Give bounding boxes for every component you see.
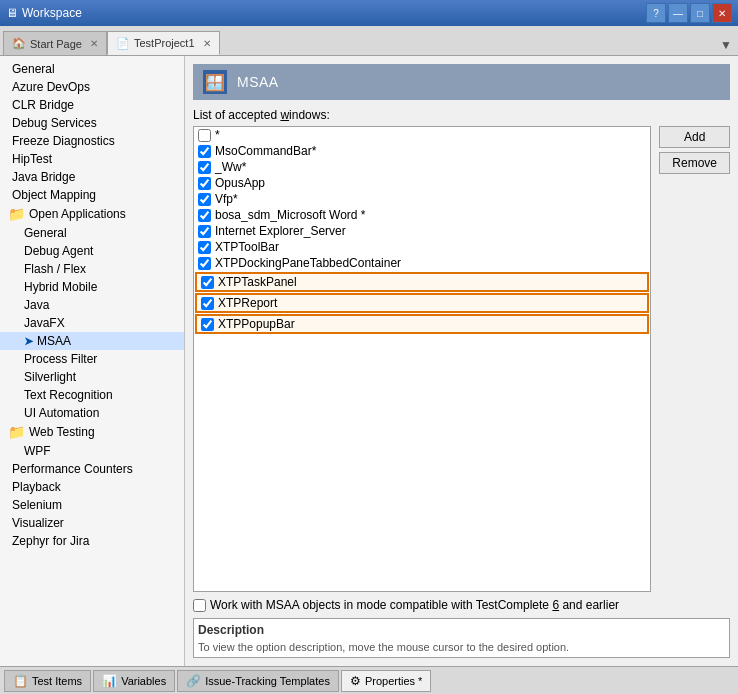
sidebar-item-java-bridge[interactable]: Java Bridge [0,168,184,186]
add-button[interactable]: Add [659,126,730,148]
window-checkbox-w2[interactable] [198,145,211,158]
tab-test-project1-close[interactable]: ✕ [203,38,211,49]
tab-bar: 🏠 Start Page ✕ 📄 TestProject1 ✕ ▼ [0,26,738,56]
sidebar-item-label: Performance Counters [12,462,133,476]
sidebar-item-flash-flex[interactable]: Flash / Flex [0,260,184,278]
window-label-w1: * [215,128,220,142]
window-checkbox-w9[interactable] [198,257,211,270]
window-item-w12: XTPPopupBar [195,314,649,334]
window-checkbox-w4[interactable] [198,177,211,190]
msaa-header: 🪟 MSAA [193,64,730,100]
sidebar-item-label: WPF [24,444,51,458]
windows-list[interactable]: *MsoCommandBar*_Ww*OpusAppVfp*bosa_sdm_M… [193,126,651,592]
minimize-button[interactable]: — [668,3,688,23]
sidebar-item-azure-devops[interactable]: Azure DevOps [0,78,184,96]
sidebar-item-msaa[interactable]: ➤MSAA [0,332,184,350]
title-bar-title: Workspace [22,6,82,20]
window-checkbox-w6[interactable] [198,209,211,222]
window-label-w7: Internet Explorer_Server [215,224,346,238]
folder-icon: 📁 [8,424,25,440]
sidebar-item-label: UI Automation [24,406,99,420]
window-item-w11: XTPReport [195,293,649,313]
sidebar-item-label: General [12,62,55,76]
tab-scroll-button[interactable]: ▼ [717,35,735,55]
window-checkbox-w3[interactable] [198,161,211,174]
sidebar-item-wpf[interactable]: WPF [0,442,184,460]
bottom-tabs: 📋Test Items📊Variables🔗Issue-Tracking Tem… [0,666,738,694]
msaa-icon: 🪟 [203,70,227,94]
window-label-w8: XTPToolBar [215,240,279,254]
bottom-check-container: Work with MSAA objects in mode compatibl… [193,598,730,612]
sidebar-item-open-applications[interactable]: 📁Open Applications [0,204,184,224]
sidebar-item-general[interactable]: General [0,60,184,78]
sidebar-item-hybrid-mobile[interactable]: Hybrid Mobile [0,278,184,296]
window-item-w8: XTPToolBar [194,239,650,255]
main-container: GeneralAzure DevOpsCLR BridgeDebug Servi… [0,56,738,666]
bottom-tab-issue-tracking[interactable]: 🔗Issue-Tracking Templates [177,670,339,692]
window-label-w10: XTPTaskPanel [218,275,297,289]
window-checkbox-w10[interactable] [201,276,214,289]
sidebar-item-oa-general[interactable]: General [0,224,184,242]
title-bar-controls: ? — □ ✕ [646,3,732,23]
sidebar-item-silverlight[interactable]: Silverlight [0,368,184,386]
bottom-check-label: Work with MSAA objects in mode compatibl… [210,598,619,612]
sidebar-item-performance-counters[interactable]: Performance Counters [0,460,184,478]
close-button[interactable]: ✕ [712,3,732,23]
maximize-button[interactable]: □ [690,3,710,23]
test-items-icon: 📋 [13,674,28,688]
sidebar-item-label: Java Bridge [12,170,75,184]
sidebar-group-label: Open Applications [29,207,126,221]
bottom-tab-test-items[interactable]: 📋Test Items [4,670,91,692]
tab-start-page[interactable]: 🏠 Start Page ✕ [3,31,107,55]
sidebar-item-zephyr-for-jira[interactable]: Zephyr for Jira [0,532,184,550]
sidebar-item-ui-automation[interactable]: UI Automation [0,404,184,422]
sidebar-item-web-testing[interactable]: 📁Web Testing [0,422,184,442]
sidebar-item-label: Azure DevOps [12,80,90,94]
window-checkbox-w11[interactable] [201,297,214,310]
tab-test-project1[interactable]: 📄 TestProject1 ✕ [107,31,220,55]
home-icon: 🏠 [12,37,26,50]
window-checkbox-w8[interactable] [198,241,211,254]
bottom-tab-properties[interactable]: ⚙Properties * [341,670,431,692]
help-button[interactable]: ? [646,3,666,23]
window-checkbox-w7[interactable] [198,225,211,238]
sidebar-item-label: JavaFX [24,316,65,330]
description-text: To view the option description, move the… [198,641,725,653]
window-checkbox-w1[interactable] [198,129,211,142]
sidebar-item-label: General [24,226,67,240]
bottom-checkbox[interactable] [193,599,206,612]
sidebar-item-hiptest[interactable]: HipTest [0,150,184,168]
window-item-w7: Internet Explorer_Server [194,223,650,239]
sidebar-item-label: Visualizer [12,516,64,530]
sidebar-item-process-filter[interactable]: Process Filter [0,350,184,368]
sidebar-item-selenium[interactable]: Selenium [0,496,184,514]
sidebar-item-debug-services[interactable]: Debug Services [0,114,184,132]
bottom-tab-variables[interactable]: 📊Variables [93,670,175,692]
sidebar-item-javafx[interactable]: JavaFX [0,314,184,332]
sidebar-item-label: Zephyr for Jira [12,534,89,548]
window-label-w6: bosa_sdm_Microsoft Word * [215,208,366,222]
sidebar-item-playback[interactable]: Playback [0,478,184,496]
tab-start-page-close[interactable]: ✕ [90,38,98,49]
sidebar-item-label: Playback [12,480,61,494]
window-label-w9: XTPDockingPaneTabbedContainer [215,256,401,270]
sidebar-item-debug-agent[interactable]: Debug Agent [0,242,184,260]
content-area: 🪟 MSAA List of accepted windows: *MsoCom… [185,56,738,666]
window-item-w6: bosa_sdm_Microsoft Word * [194,207,650,223]
window-checkbox-w12[interactable] [201,318,214,331]
window-item-w2: MsoCommandBar* [194,143,650,159]
folder-icon: 📁 [8,206,25,222]
window-checkbox-w5[interactable] [198,193,211,206]
sidebar-item-text-recognition[interactable]: Text Recognition [0,386,184,404]
sidebar-item-java[interactable]: Java [0,296,184,314]
list-label: List of accepted windows: [193,108,730,122]
sidebar-item-visualizer[interactable]: Visualizer [0,514,184,532]
bottom-tab-label-properties: Properties * [365,675,422,687]
window-label-w11: XTPReport [218,296,277,310]
sidebar-item-freeze-diagnostics[interactable]: Freeze Diagnostics [0,132,184,150]
remove-button[interactable]: Remove [659,152,730,174]
sidebar-item-object-mapping[interactable]: Object Mapping [0,186,184,204]
sidebar-item-clr-bridge[interactable]: CLR Bridge [0,96,184,114]
sidebar-group-label: Web Testing [29,425,95,439]
sidebar-item-label: Flash / Flex [24,262,86,276]
